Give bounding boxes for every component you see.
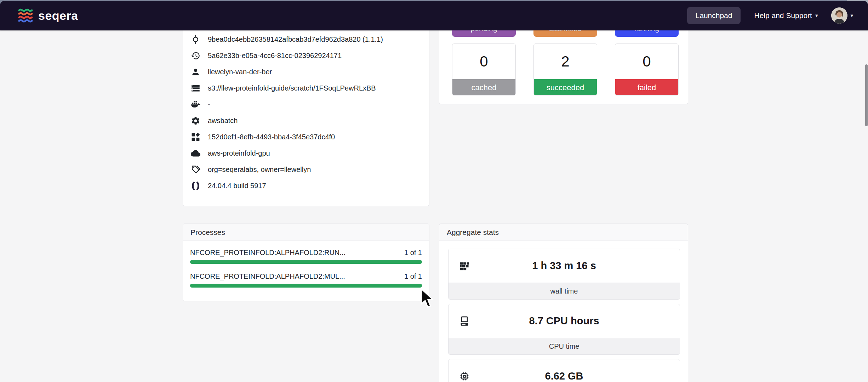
launchpad-button[interactable]: Launchpad bbox=[687, 7, 741, 24]
processes-header: Processes bbox=[183, 224, 429, 241]
detail-row-nextflow-version: 24.04.4 build 5917 bbox=[183, 178, 429, 194]
running-label: running bbox=[615, 30, 679, 33]
succeeded-count: 2 bbox=[534, 44, 597, 79]
processes-panel: Processes NFCORE_PROTEINFOLD:ALPHAFOLD2:… bbox=[183, 224, 429, 301]
compute-env-name-value: aws-proteinfold-gpu bbox=[208, 149, 270, 157]
process-name: NFCORE_PROTEINFOLD:ALPHAFOLD2:MUL... bbox=[190, 272, 345, 280]
seqera-logo-icon bbox=[18, 8, 33, 23]
vertical-scrollbar-thumb[interactable] bbox=[865, 64, 868, 126]
pending-label: pending bbox=[452, 30, 516, 33]
wall-time-label: wall time bbox=[449, 283, 680, 299]
help-and-support-menu[interactable]: Help and Support ▾ bbox=[754, 11, 818, 20]
cloud-icon bbox=[191, 149, 200, 158]
chevron-down-icon: ▾ bbox=[815, 12, 818, 19]
wall-icon bbox=[459, 261, 470, 271]
computer-icon bbox=[459, 316, 470, 326]
succeeded-label: succeeded bbox=[534, 79, 597, 96]
cpu-time-stat: 8.7 CPU hours CPU time bbox=[448, 304, 680, 355]
git-commit-icon bbox=[191, 35, 200, 44]
cached-count: 0 bbox=[452, 44, 515, 79]
brand-name: seqera bbox=[38, 9, 78, 23]
page: { "navbar": { "brand": "seqera", "launch… bbox=[0, 0, 868, 382]
detail-row-container: - bbox=[183, 96, 429, 112]
cpu-time-label: CPU time bbox=[449, 338, 680, 354]
detail-row-executor: awsbatch bbox=[183, 112, 429, 129]
docker-icon bbox=[191, 100, 200, 109]
aggregate-stats-header: Aggregate stats bbox=[439, 224, 688, 241]
server-stack-icon bbox=[191, 83, 200, 93]
labels-value: org=seqeralabs, owner=llewellyn bbox=[208, 166, 311, 174]
compute-env-id-value: 152d0ef1-8efb-4493-bba4-3f45e37dc4f0 bbox=[208, 133, 335, 141]
chip-icon bbox=[459, 371, 470, 382]
failed-counter-box[interactable]: 0 failed bbox=[615, 44, 679, 96]
process-progress-bar bbox=[190, 260, 422, 264]
work-directory-value: s3://llew-proteinfold-guide/scratch/1FSo… bbox=[208, 84, 376, 92]
user-icon bbox=[191, 67, 200, 77]
seqera-logo[interactable]: seqera bbox=[18, 8, 78, 23]
process-row[interactable]: NFCORE_PROTEINFOLD:ALPHAFOLD2:RUN... 1 o… bbox=[190, 249, 422, 264]
detail-row-compute-env-id: 152d0ef1-8efb-4493-bba4-3f45e37dc4f0 bbox=[183, 129, 429, 145]
commit-id-value: 9bea0dc4ebb26358142afbcab3d7efd962d3a820… bbox=[208, 35, 383, 44]
submitted-label: submitted bbox=[533, 30, 597, 33]
blocks-icon bbox=[191, 132, 200, 142]
detail-row-labels: org=seqeralabs, owner=llewellyn bbox=[183, 161, 429, 178]
executor-value: awsbatch bbox=[208, 117, 238, 125]
container-value: - bbox=[208, 100, 210, 109]
aggregate-stats-panel: Aggregate stats 1 h 33 m 16 s wall time bbox=[439, 224, 688, 382]
chevron-down-icon: ▾ bbox=[850, 12, 853, 19]
top-navbar: seqera Launchpad Help and Support ▾ ▾ bbox=[0, 1, 868, 30]
process-row[interactable]: NFCORE_PROTEINFOLD:ALPHAFOLD2:MUL... 1 o… bbox=[190, 272, 422, 288]
history-icon bbox=[191, 51, 200, 60]
detail-row-user: llewelyn-van-der-ber bbox=[183, 64, 429, 80]
wall-time-value: 1 h 33 m 16 s bbox=[449, 249, 680, 283]
detail-row-commit: 9bea0dc4ebb26358142afbcab3d7efd962d3a820… bbox=[183, 31, 429, 47]
running-status-badge[interactable]: running bbox=[615, 30, 679, 37]
detail-row-run-id: 5a62e33b-e05a-4cc6-81cc-023962924171 bbox=[183, 47, 429, 64]
cached-label: cached bbox=[452, 79, 515, 96]
cpu-time-value: 8.7 CPU hours bbox=[449, 304, 680, 338]
run-details-panel: 9bea0dc4ebb26358142afbcab3d7efd962d3a820… bbox=[183, 30, 429, 206]
submitted-status-badge[interactable]: submitted bbox=[533, 30, 597, 37]
wall-time-stat: 1 h 33 m 16 s wall time bbox=[448, 249, 680, 300]
help-and-support-label: Help and Support bbox=[754, 11, 812, 20]
succeeded-counter-box[interactable]: 2 succeeded bbox=[533, 44, 597, 96]
process-count: 1 of 1 bbox=[404, 272, 422, 280]
avatar bbox=[831, 7, 847, 24]
process-name: NFCORE_PROTEINFOLD:ALPHAFOLD2:RUN... bbox=[190, 249, 346, 257]
tags-icon bbox=[191, 165, 200, 174]
failed-label: failed bbox=[615, 79, 678, 96]
failed-count: 0 bbox=[615, 44, 678, 79]
nextflow-icon bbox=[191, 181, 200, 191]
memory-value: 6.62 GB bbox=[449, 359, 680, 382]
launched-by-value: llewelyn-van-der-ber bbox=[208, 68, 272, 76]
process-progress-bar bbox=[190, 284, 422, 288]
run-id-value: 5a62e33b-e05a-4cc6-81cc-023962924171 bbox=[208, 52, 342, 60]
nextflow-version-value: 24.04.4 build 5917 bbox=[208, 182, 266, 190]
pending-status-badge[interactable]: pending bbox=[452, 30, 516, 37]
user-menu[interactable]: ▾ bbox=[831, 7, 853, 24]
gear-icon bbox=[191, 116, 200, 126]
detail-row-compute-env-name: aws-proteinfold-gpu bbox=[183, 145, 429, 161]
memory-stat: 6.62 GB bbox=[448, 359, 680, 382]
cached-counter-box[interactable]: 0 cached bbox=[452, 44, 516, 96]
process-count: 1 of 1 bbox=[404, 249, 422, 257]
detail-row-workdir: s3://llew-proteinfold-guide/scratch/1FSo… bbox=[183, 80, 429, 96]
